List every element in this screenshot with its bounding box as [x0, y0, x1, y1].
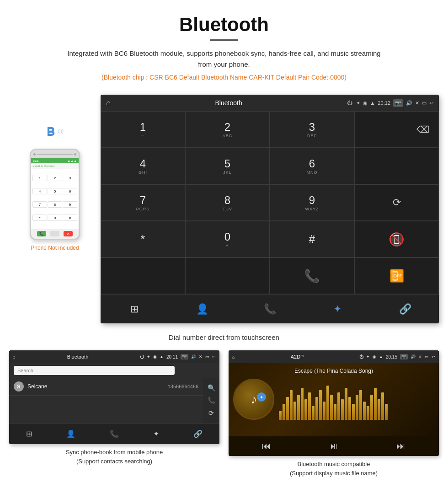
phone-key-star[interactable]: * — [32, 215, 47, 221]
nav-grid-icon[interactable]: ⊞ — [101, 303, 168, 315]
top-section: ʙ )))) ●●● ▲▲▲ + Add to Contacts — [9, 95, 439, 323]
dialer-key-star[interactable]: * — [101, 221, 185, 258]
visualizer-bar — [345, 388, 347, 420]
play-pause-button[interactable]: ⏯ — [329, 441, 338, 451]
main-screen-caption: Dial number direct from touchscreen — [169, 333, 279, 341]
camera-icon[interactable]: 📷 — [393, 99, 403, 107]
pb-bottom-nav: ⊞ 👤 📞 ✦ 🔗 — [9, 423, 219, 444]
phone-key-3[interactable]: 3 — [63, 175, 77, 181]
nav-link-icon[interactable]: 🔗 — [371, 303, 439, 315]
music-home-icon[interactable]: ⌂ — [232, 354, 235, 359]
phone-top-bar — [31, 150, 79, 158]
volume-icon[interactable]: 🔊 — [406, 100, 412, 106]
close-icon[interactable]: ✕ — [415, 100, 419, 106]
pb-bt-icon: ✦ — [147, 354, 150, 359]
music-rect-icon[interactable]: ▭ — [425, 354, 429, 359]
visualizer-bar — [286, 397, 289, 420]
hangup-icon[interactable]: 📴 — [389, 269, 404, 283]
car-statusbar-right: ✦ ◉ ▲ 20:12 📷 🔊 ✕ ▭ ↩ — [356, 99, 433, 107]
wifi-status-icon: ▲ — [370, 100, 375, 106]
pb-vol-icon[interactable]: 🔊 — [191, 354, 196, 359]
dialer-key-4[interactable]: 4GHI — [101, 148, 185, 184]
dialer-key-2[interactable]: 2ABC — [185, 111, 270, 148]
car-screen-title: Bluetooth — [114, 99, 343, 107]
dialer-empty-row2 — [354, 148, 439, 184]
phone-key-hash[interactable]: # — [63, 215, 77, 221]
back-icon[interactable]: ↩ — [429, 100, 433, 106]
window-icon[interactable]: ▭ — [422, 100, 427, 106]
pb-search-input[interactable]: Search — [14, 366, 175, 375]
phone-key-5[interactable]: 5 — [48, 188, 62, 194]
pb-cam-icon[interactable]: 📷 — [181, 354, 188, 359]
pb-contact-row[interactable]: S Seicane 13566664466 — [9, 378, 203, 396]
dialer-key-7[interactable]: 7PQRS — [101, 184, 185, 221]
phone-key-6[interactable]: 6 — [63, 188, 77, 194]
dialer-key-5[interactable]: 5JKL — [185, 148, 270, 184]
phone-key-8[interactable]: 8 — [48, 201, 62, 208]
reload-icon[interactable]: ⟳ — [393, 197, 401, 209]
phone-end-button[interactable]: ✕ — [64, 231, 73, 236]
pb-nav-phone[interactable]: 📞 — [110, 429, 119, 438]
page-header: Bluetooth Integrated with BC6 Bluetooth … — [0, 0, 448, 95]
music-vol-icon[interactable]: 🔊 — [411, 354, 416, 359]
nav-bluetooth-icon[interactable]: ✦ — [304, 303, 371, 315]
dialer-call-cell[interactable]: 📞 — [270, 258, 354, 294]
pb-nav-link[interactable]: 🔗 — [193, 429, 203, 438]
dialer-backspace-cell[interactable]: ⌫ — [354, 111, 439, 148]
pb-nav-user[interactable]: 👤 — [66, 429, 75, 438]
car-home-icon[interactable]: ⌂ — [106, 99, 111, 107]
dialer-end-call-cell[interactable]: 📵 — [354, 221, 439, 258]
prev-button[interactable]: ⏮ — [262, 441, 271, 451]
phone-add-contact: + Add to Contacts — [31, 163, 79, 169]
dialer-key-1[interactable]: 1∽ — [101, 111, 185, 148]
car-statusbar: ⌂ Bluetooth ⏻ ✦ ◉ ▲ 20:12 📷 🔊 ✕ ▭ ↩ — [101, 95, 439, 111]
next-button[interactable]: ⏭ — [396, 441, 405, 451]
visualizer-bar — [323, 402, 325, 420]
pb-nav-bt[interactable]: ✦ — [153, 429, 159, 438]
phone-illustration: ʙ )))) ●●● ▲▲▲ + Add to Contacts — [9, 95, 101, 251]
pb-sync-icon[interactable]: ⟳ — [208, 409, 214, 417]
pb-home-icon[interactable]: ⌂ — [13, 354, 16, 359]
pb-search-icon[interactable]: 🔍 — [208, 384, 215, 392]
music-back-icon[interactable]: ↩ — [432, 354, 435, 359]
visualizer-bar — [304, 399, 307, 420]
music-x-icon[interactable]: ✕ — [418, 354, 422, 359]
dialer-reload-cell[interactable]: ⟳ — [354, 184, 439, 221]
dialer-key-9[interactable]: 9WXYZ — [270, 184, 354, 221]
phone-home-button[interactable] — [50, 231, 59, 236]
dialer-key-6[interactable]: 6MNO — [270, 148, 354, 184]
phone-key-2[interactable]: 2 — [48, 175, 62, 181]
nav-user-icon[interactable]: 👤 — [168, 303, 236, 315]
nav-phone-icon[interactable]: 📞 — [236, 303, 304, 315]
backspace-icon[interactable]: ⌫ — [416, 124, 429, 135]
visualizer-bar — [352, 404, 355, 420]
call-icon[interactable]: 📞 — [304, 268, 320, 284]
dialer-key-3[interactable]: 3DEF — [270, 111, 354, 148]
main-content: ʙ )))) ●●● ▲▲▲ + Add to Contacts — [0, 95, 448, 482]
pb-nav-grid[interactable]: ⊞ — [26, 429, 32, 438]
visualizer-bar — [334, 404, 336, 420]
phone-key-1[interactable]: 1 — [32, 175, 47, 181]
phone-key-4[interactable]: 4 — [32, 188, 47, 194]
pb-x-icon[interactable]: ✕ — [199, 354, 203, 359]
pb-back-icon[interactable]: ↩ — [212, 354, 216, 359]
phone-key-7[interactable]: 7 — [32, 201, 47, 208]
album-art: ♪ — [233, 379, 274, 420]
clock-display: 20:12 — [378, 100, 390, 106]
phone-call-button[interactable]: 📞 — [37, 231, 46, 236]
end-call-icon[interactable]: 📵 — [389, 232, 405, 247]
pb-rect-icon[interactable]: ▭ — [205, 354, 209, 359]
dialer-key-hash[interactable]: # — [270, 221, 354, 258]
music-bt-icon: ✦ — [366, 354, 370, 359]
pb-call-icon[interactable]: 📞 — [208, 397, 215, 404]
phone-key-9[interactable]: 9 — [63, 201, 77, 208]
visualizer-bar — [370, 395, 373, 420]
music-cam-icon[interactable]: 📷 — [400, 354, 408, 359]
dialer-key-0[interactable]: 0+ — [185, 221, 270, 258]
dialer-hangup-cell[interactable]: 📴 — [354, 258, 439, 294]
contact-name: Seicane — [27, 383, 164, 390]
visualizer-bar — [385, 404, 388, 420]
dialer-key-8[interactable]: 8TUV — [185, 184, 270, 221]
phone-key-0[interactable]: 0 — [48, 215, 62, 221]
music-title: A2DP — [238, 354, 357, 359]
